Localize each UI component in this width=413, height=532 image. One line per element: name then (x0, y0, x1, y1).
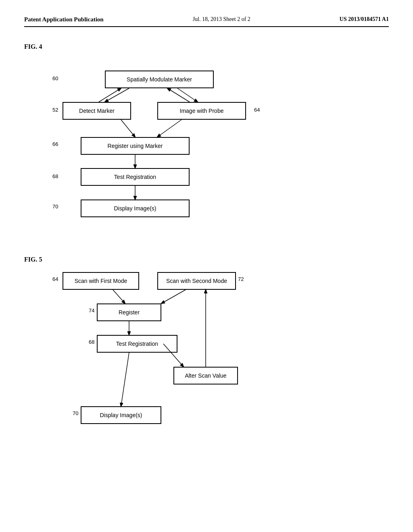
fig5-container: 64 72 74 68 76 70 Scan with First Mode S… (40, 271, 389, 465)
box-display-images5: Display Image(s) (81, 406, 161, 424)
fig4-container: 60 52 64 66 68 70 Spatially Modulate Mar… (40, 58, 389, 232)
header-right: US 2013/0184571 A1 (340, 16, 389, 23)
ref5-72: 72 (238, 276, 244, 282)
ref5-64: 64 (52, 276, 58, 282)
ref5-68: 68 (89, 339, 94, 345)
ref-70: 70 (52, 204, 58, 210)
box-scan-first: Scan with First Mode (63, 272, 139, 290)
svg-line-4 (121, 120, 135, 137)
fig5-diagram: FIG. 5 64 72 74 68 76 70 Scan with First… (24, 256, 389, 465)
fig4-label: FIG. 4 (24, 43, 389, 50)
svg-line-0 (105, 88, 129, 102)
svg-line-3 (167, 88, 190, 102)
svg-line-2 (99, 88, 121, 102)
box-register: Register (97, 303, 161, 321)
header-left: Patent Application Publication (24, 16, 104, 23)
box-spatially-modulate: Spatially Modulate Marker (105, 71, 214, 88)
page: Patent Application Publication Jul. 18, … (0, 0, 413, 532)
box-test-registration: Test Registration (81, 168, 190, 186)
svg-line-8 (113, 290, 125, 303)
svg-line-1 (177, 88, 198, 102)
box-test-registration5: Test Registration (97, 335, 177, 353)
ref-66: 66 (52, 141, 58, 147)
ref5-74: 74 (89, 308, 94, 314)
svg-line-9 (161, 290, 186, 303)
fig5-label: FIG. 5 (24, 256, 389, 263)
box-display-images: Display Image(s) (81, 200, 190, 217)
ref-60: 60 (52, 75, 58, 81)
ref-64: 64 (254, 107, 260, 113)
ref-52: 52 (52, 107, 58, 113)
box-alter-scan: Alter Scan Value (173, 367, 238, 384)
box-register-using-marker: Register using Marker (81, 137, 190, 155)
ref5-70: 70 (73, 410, 78, 416)
header-center: Jul. 18, 2013 Sheet 2 of 2 (193, 16, 250, 23)
header: Patent Application Publication Jul. 18, … (24, 16, 389, 27)
svg-line-13 (121, 353, 129, 406)
box-scan-second: Scan with Second Mode (157, 272, 236, 290)
ref-68: 68 (52, 173, 58, 179)
box-image-with-probe: Image with Probe (157, 102, 246, 120)
box-detect-marker: Detect Marker (63, 102, 131, 120)
svg-line-5 (157, 120, 181, 137)
fig4-diagram: FIG. 4 60 52 64 66 68 70 Spatially Modul… (24, 43, 389, 232)
